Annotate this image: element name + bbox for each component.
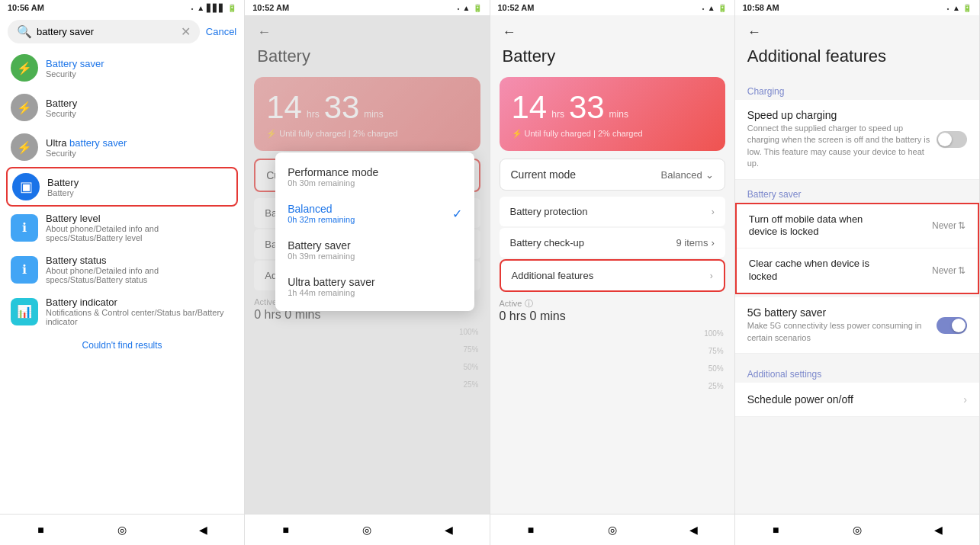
square-nav-btn-3[interactable]: ■ xyxy=(522,521,540,539)
cancel-button[interactable]: Cancel xyxy=(206,26,236,37)
list-item[interactable]: 📊 Battery indicator Notifications & Cont… xyxy=(6,290,238,332)
5g-toggle[interactable] xyxy=(937,317,967,334)
additional-label-3: Additional features xyxy=(512,270,594,281)
nav-bar-3: ■ ◎ ◀ xyxy=(490,514,734,545)
back-nav-btn[interactable]: ◀ xyxy=(194,521,213,539)
dropdown-item-ultra[interactable]: Ultra battery saver 1h 44m remaining xyxy=(275,268,474,305)
back-nav-btn-4[interactable]: ◀ xyxy=(930,521,948,539)
status-bar-1: 10:56 AM ⬩ ▲ ▋▋▋ 🔋 xyxy=(0,0,244,15)
back-nav-btn-3[interactable]: ◀ xyxy=(684,521,702,539)
active-nums-3: 0 hrs 0 mins xyxy=(500,309,725,323)
list-item[interactable]: ℹ Battery status About phone/Detailed in… xyxy=(6,248,238,290)
saver-row-clear-cache[interactable]: Clear cache when device is locked Never … xyxy=(737,248,978,293)
item-text: Battery status About phone/Detailed info… xyxy=(46,255,233,284)
charging-section-label: Charging xyxy=(735,77,979,100)
item-title: Ultra battery saver xyxy=(46,137,233,149)
additional-features-row-3[interactable]: Additional features › xyxy=(500,259,725,292)
checkup-val-3: 9 items › xyxy=(676,237,715,248)
speed-up-inner: Speed up charging Connect the supplied c… xyxy=(747,109,967,170)
dropdown-item-battery-saver[interactable]: Battery saver 0h 39m remaining xyxy=(275,232,474,268)
saver-row-mobile-data[interactable]: Turn off mobile data when device is lock… xyxy=(737,204,978,249)
time-4: 10:58 AM xyxy=(743,3,779,12)
battery-icon-3: 🔋 xyxy=(718,4,727,12)
saver-val-1: Never ⇅ xyxy=(932,220,966,231)
battery-protection-row-3[interactable]: Battery protection › xyxy=(500,197,725,226)
back-nav-btn-2[interactable]: ◀ xyxy=(439,521,458,539)
result-icon: ℹ xyxy=(11,214,38,242)
item-text: Battery indicator Notifications & Contro… xyxy=(46,297,233,326)
dropdown-item-performance[interactable]: Performance mode 0h 30m remaining xyxy=(275,159,474,195)
square-nav-btn[interactable]: ■ xyxy=(31,521,50,539)
panel4-title: Additional features xyxy=(747,46,967,66)
arrow-icon-3a: › xyxy=(712,207,715,217)
back-arrow-3[interactable]: ← xyxy=(503,24,722,40)
search-input-wrap[interactable]: 🔍 ✕ xyxy=(8,20,200,43)
chevron-icon-3: ⌄ xyxy=(705,169,714,181)
back-arrow-4[interactable]: ← xyxy=(747,24,967,40)
result-icon: ⚡ xyxy=(11,94,38,121)
d-title: Performance mode xyxy=(288,166,461,178)
battery-icon: 🔋 xyxy=(227,4,236,12)
battery-hours-2: 14 xyxy=(266,89,302,126)
5g-title: 5G battery saver xyxy=(747,306,937,319)
current-mode-label-3: Current mode xyxy=(511,168,577,181)
schedule-power-row[interactable]: Schedule power on/off › xyxy=(735,383,979,417)
item-sub: Notifications & Control center/Status ba… xyxy=(46,308,233,326)
chevron-up-down-1: ⇅ xyxy=(958,220,966,231)
hrs-unit-3: hrs xyxy=(509,309,530,322)
battery-card-3: 14 hrs 33 mins ⚡ Until fully charged | 2… xyxy=(500,77,725,151)
list-item[interactable]: ℹ Battery level About phone/Detailed inf… xyxy=(6,207,238,248)
g-label-3: 100% xyxy=(704,329,724,338)
row-label-3b: Battery check-up xyxy=(510,237,585,248)
panel3-scroll[interactable]: ← Battery 14 hrs 33 mins ⚡ Until fully c… xyxy=(490,15,734,514)
circle-nav-btn[interactable]: ◎ xyxy=(113,521,131,539)
result-icon: ℹ xyxy=(11,256,38,284)
list-item[interactable]: ⚡ Battery saver Security xyxy=(6,48,238,88)
hrs-label-2: hrs xyxy=(307,109,320,120)
speed-up-title: Speed up charging xyxy=(747,109,937,121)
battery-sub-3: ⚡ Until fully charged | 2% charged xyxy=(512,129,713,139)
current-mode-row-3[interactable]: Current mode Balanced ⌄ xyxy=(500,159,725,191)
speed-up-toggle[interactable] xyxy=(937,131,967,148)
dropdown-item-balanced[interactable]: Balanced 0h 32m remaining ✓ xyxy=(275,195,474,232)
g-label-3: 50% xyxy=(708,364,724,373)
panel2-title: Battery xyxy=(257,46,477,66)
speed-up-sub: Connect the supplied charger to speed up… xyxy=(747,123,937,170)
saver-never-2: Never xyxy=(932,265,956,276)
battery-mins-2: 33 xyxy=(324,89,360,126)
g-label: 25% xyxy=(463,380,478,389)
active-mins-3: 0 xyxy=(530,309,537,322)
panel2-scroll[interactable]: ← Battery 14 hrs 33 mins ⚡ Until fully c… xyxy=(245,15,489,514)
active-section-3: Active ⓘ 0 hrs 0 mins xyxy=(500,298,725,323)
square-nav-btn-4[interactable]: ■ xyxy=(766,521,785,539)
square-nav-btn-2[interactable]: ■ xyxy=(277,521,295,539)
arrow-icon-3b: › xyxy=(711,237,714,248)
search-input[interactable] xyxy=(37,26,176,37)
list-item[interactable]: ⚡ Ultra battery saver Security xyxy=(6,127,238,167)
battery-sub-2: ⚡ Until fully charged | 2% charged xyxy=(266,129,468,139)
panel4-scroll[interactable]: ← Additional features Charging Speed up … xyxy=(735,15,979,514)
status-icons-2: ⬩ ▲ 🔋 xyxy=(456,4,482,12)
result-icon: ⚡ xyxy=(11,54,38,82)
battery-icon-2: 🔋 xyxy=(473,4,482,12)
highlight: Battery saver xyxy=(46,58,104,69)
clear-icon[interactable]: ✕ xyxy=(181,24,191,39)
back-arrow-2[interactable]: ← xyxy=(257,24,477,40)
mins-label-2: mins xyxy=(364,109,383,120)
bt-icon: ⬩ xyxy=(456,4,461,12)
mode-value-3: Balanced xyxy=(661,169,702,181)
d-title-wrap: Balanced 0h 32m remaining xyxy=(288,203,355,224)
list-item-highlighted[interactable]: ▣ Battery Battery xyxy=(6,167,238,207)
active-label-3: Active xyxy=(500,299,522,308)
circle-nav-btn-3[interactable]: ◎ xyxy=(603,521,622,539)
battery-icon-4: 🔋 xyxy=(962,4,972,12)
status-icons-4: ⬩ ▲ 🔋 xyxy=(946,4,972,12)
status-icons-1: ⬩ ▲ ▋▋▋ 🔋 xyxy=(190,4,236,12)
battery-checkup-row-3[interactable]: Battery check-up 9 items › xyxy=(500,228,725,258)
list-item[interactable]: ⚡ Battery Security xyxy=(6,88,238,127)
bluetooth-icon: ⬩ xyxy=(190,4,194,12)
status-bar-2: 10:52 AM ⬩ ▲ 🔋 xyxy=(245,0,489,15)
mode-dropdown: Performance mode 0h 30m remaining Balanc… xyxy=(275,152,474,311)
circle-nav-btn-2[interactable]: ◎ xyxy=(358,521,376,539)
circle-nav-btn-4[interactable]: ◎ xyxy=(848,521,866,539)
